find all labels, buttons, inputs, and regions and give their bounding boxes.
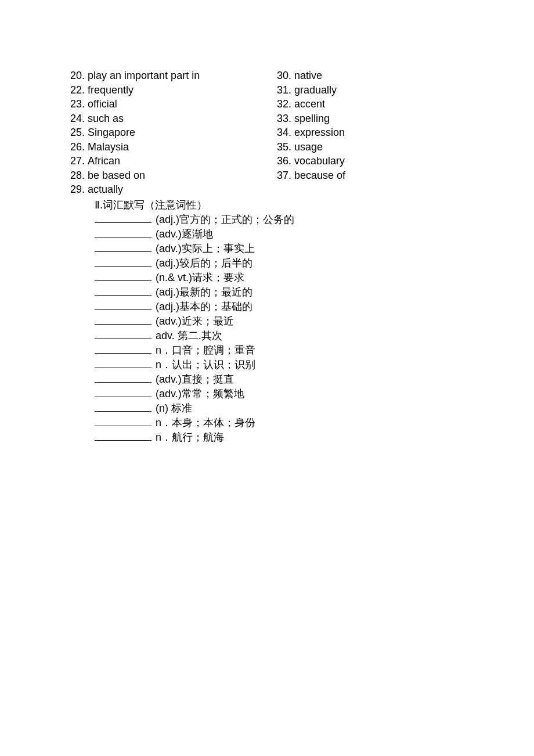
vocab-item: 34. expression (277, 125, 468, 139)
vocab-item: 27. African (70, 154, 277, 168)
fill-blank-item: (adj.)官方的；正式的；公务的 (95, 213, 534, 226)
blank-underline (95, 243, 151, 252)
vocab-item: 22. frequently (70, 83, 277, 97)
section-2-title: Ⅱ.词汇默写（注意词性） (95, 198, 534, 212)
right-column: 30. native 31. gradually 32. accent 33. … (277, 69, 468, 197)
vocab-item: 33. spelling (277, 111, 468, 125)
blank-underline (95, 431, 151, 441)
vocab-item: 23. official (70, 97, 277, 111)
blank-underline (95, 214, 151, 223)
vocabulary-columns: 20. play an important part in 22. freque… (0, 69, 534, 197)
fill-blank-item: (adv.)逐渐地 (95, 227, 534, 241)
blank-underline (95, 257, 151, 267)
blank-underline (95, 315, 151, 325)
fill-blank-item: (adj.)基本的；基础的 (95, 300, 534, 314)
blank-underline (95, 388, 151, 397)
vocab-item: 31. gradually (277, 83, 468, 97)
section-2: Ⅱ.词汇默写（注意词性） (adj.)官方的；正式的；公务的 (adv.)逐渐地… (0, 198, 534, 444)
vocab-item: 29. actually (70, 182, 277, 196)
vocab-item: 30. native (277, 69, 468, 82)
vocab-item: 26. Malaysia (70, 140, 277, 154)
blank-underline (95, 272, 151, 281)
fill-blank-item: (adv.)实际上；事实上 (95, 242, 534, 255)
fill-blank-item: (adv.)常常；频繁地 (95, 387, 534, 401)
vocab-item: 25. Singapore (70, 125, 277, 139)
fill-blank-item: n．本身；本体；身份 (95, 416, 534, 430)
fill-blank-item: n．认出；认识；识别 (95, 358, 534, 372)
blank-underline (95, 417, 151, 426)
fill-blank-item: (adv.)近来；最近 (95, 314, 534, 328)
blank-underline (95, 402, 151, 412)
blank-underline (95, 330, 151, 339)
vocab-item: 35. usage (277, 140, 468, 154)
fill-blank-item: (n) 标准 (95, 401, 534, 415)
fill-blank-item: n．口音；腔调；重音 (95, 343, 534, 357)
left-column: 20. play an important part in 22. freque… (70, 69, 277, 197)
blank-underline (95, 344, 151, 354)
fill-blank-item: (n.& vt.)请求；要求 (95, 271, 534, 285)
fill-blank-item: (adj.)最新的；最近的 (95, 285, 534, 299)
blank-underline (95, 373, 151, 383)
vocab-item: 28. be based on (70, 168, 277, 182)
fill-blank-item: n．航行；航海 (95, 430, 534, 444)
blank-underline (95, 228, 151, 237)
vocab-item: 24. such as (70, 111, 277, 125)
blank-underline (95, 286, 151, 296)
vocab-item: 36. vocabulary (277, 154, 468, 168)
fill-blank-item: adv. 第二.其次 (95, 329, 534, 343)
fill-blank-item: (adv.)直接；挺直 (95, 372, 534, 386)
vocab-item: 32. accent (277, 97, 468, 111)
vocab-item: 20. play an important part in (70, 69, 277, 82)
vocab-item: 37. because of (277, 168, 468, 182)
fill-blank-item: (adj.)较后的；后半的 (95, 256, 534, 270)
blank-underline (95, 301, 151, 310)
blank-underline (95, 359, 151, 368)
